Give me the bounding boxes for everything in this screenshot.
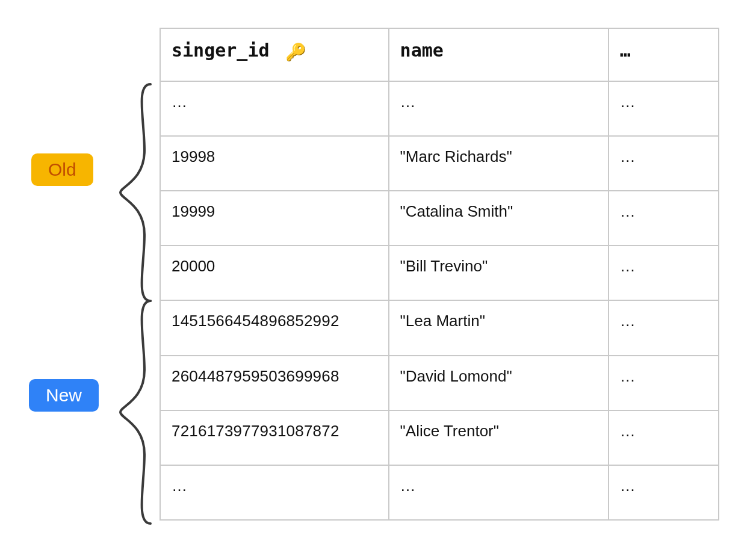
- brace-old: [114, 78, 156, 307]
- cell-singer-id: …: [160, 465, 389, 520]
- key-icon: 🔑: [285, 42, 306, 63]
- cell-more: …: [609, 300, 719, 355]
- cell-name: …: [389, 81, 609, 136]
- cell-name: "Marc Richards": [389, 136, 609, 191]
- cell-name: "Catalina Smith": [389, 191, 609, 246]
- table-row: 20000"Bill Trevino"…: [160, 246, 719, 300]
- cell-more: …: [609, 246, 719, 300]
- cell-singer-id: 7216173977931087872: [160, 410, 389, 465]
- table-row: ………: [160, 81, 719, 136]
- cell-name: "David Lomond": [389, 356, 609, 410]
- cell-name: "Bill Trevino": [389, 246, 609, 300]
- table-row: 1451566454896852992"Lea Martin"…: [160, 300, 719, 355]
- cell-more: …: [609, 356, 719, 410]
- column-header-more: …: [609, 28, 719, 81]
- cell-singer-id: 2604487959503699968: [160, 356, 389, 410]
- cell-singer-id: 1451566454896852992: [160, 300, 389, 355]
- table-row: 19998"Marc Richards"…: [160, 136, 719, 191]
- cell-more: …: [609, 81, 719, 136]
- table-row: 7216173977931087872"Alice Trentor"…: [160, 410, 719, 465]
- column-header-more-text: …: [620, 40, 631, 61]
- table-row: 19999"Catalina Smith"…: [160, 191, 719, 246]
- cell-name: "Alice Trentor": [389, 410, 609, 465]
- singers-table: singer_id 🔑 name … ………19998"Marc Richard…: [160, 28, 719, 521]
- brace-new: [114, 295, 156, 530]
- cell-more: …: [609, 136, 719, 191]
- label-old-text: Old: [48, 159, 76, 179]
- table-row: 2604487959503699968"David Lomond"…: [160, 356, 719, 410]
- cell-singer-id: 19998: [160, 136, 389, 191]
- table-header-row: singer_id 🔑 name …: [160, 28, 719, 81]
- cell-singer-id: …: [160, 81, 389, 136]
- label-new: New: [29, 379, 99, 412]
- cell-name: "Lea Martin": [389, 300, 609, 355]
- column-header-name-text: name: [400, 40, 444, 61]
- cell-singer-id: 19999: [160, 191, 389, 246]
- diagram-stage: singer_id 🔑 name … ………19998"Marc Richard…: [0, 0, 756, 544]
- cell-more: …: [609, 410, 719, 465]
- cell-name: …: [389, 465, 609, 520]
- column-header-name: name: [389, 28, 609, 81]
- column-header-id-text: singer_id: [172, 40, 270, 61]
- cell-more: …: [609, 465, 719, 520]
- column-header-singer-id: singer_id 🔑: [160, 28, 389, 81]
- cell-more: …: [609, 191, 719, 246]
- cell-singer-id: 20000: [160, 246, 389, 300]
- label-new-text: New: [46, 385, 82, 405]
- label-old: Old: [31, 153, 93, 186]
- table-row: ………: [160, 465, 719, 520]
